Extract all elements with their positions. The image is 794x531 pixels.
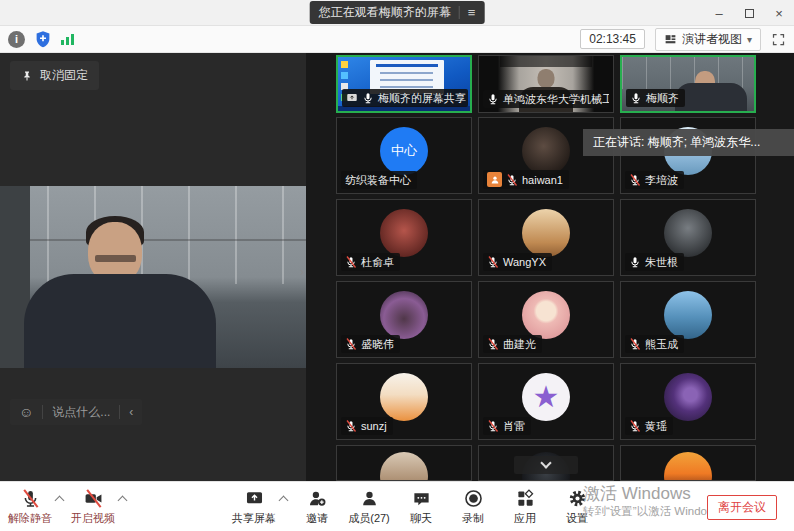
maximize-button[interactable]: [734, 0, 764, 26]
participant-grid: 梅顺齐的屏幕共享 单鸿波东华大学机械工程... 梅顺齐 中心: [336, 53, 756, 481]
mic-muted-icon: [21, 489, 40, 508]
record-button[interactable]: 录制: [447, 489, 499, 526]
mic-muted-icon: [629, 338, 641, 350]
layout-icon: [664, 33, 677, 46]
video-tile-active-speaker[interactable]: 梅顺齐: [620, 55, 756, 113]
video-tile[interactable]: 中心 纺织装备中心: [336, 117, 472, 194]
video-tile[interactable]: WangYX: [478, 199, 614, 276]
participant-label: 李培波: [625, 171, 684, 189]
audio-options-chevron-icon[interactable]: [55, 495, 65, 505]
record-label: 录制: [462, 511, 484, 526]
mic-on-icon: [362, 92, 374, 104]
participant-name: 梅顺齐的屏幕共享: [378, 91, 466, 105]
quick-chat-input[interactable]: ☺ 说点什么... ‹: [10, 399, 142, 425]
pinned-speaker-video[interactable]: [0, 186, 306, 368]
video-tile-screenshare[interactable]: 梅顺齐的屏幕共享: [336, 55, 472, 113]
panel-expand-handle[interactable]: ›: [300, 264, 304, 279]
speaker-silhouette: [95, 255, 136, 262]
participant-label: haiwan1: [483, 170, 569, 189]
video-tile[interactable]: 杜俞卓: [336, 199, 472, 276]
security-shield-icon[interactable]: [34, 30, 52, 48]
speaker-silhouette: [24, 274, 216, 368]
invite-button[interactable]: 邀请: [291, 489, 343, 526]
pin-icon: [21, 70, 33, 82]
fullscreen-icon: [771, 32, 786, 47]
video-tile[interactable]: ★ 肖雷: [478, 363, 614, 440]
unpin-label: 取消固定: [40, 67, 88, 84]
collapse-chat-icon[interactable]: ‹: [129, 405, 133, 419]
emoji-icon[interactable]: ☺: [19, 404, 33, 420]
avatar-text: 中心: [391, 142, 417, 160]
scroll-down-button[interactable]: [514, 456, 578, 474]
participant-label: WangYX: [483, 253, 552, 271]
meeting-main-area: 取消固定 ☺ 说点什么... ‹ ›: [0, 53, 794, 481]
watching-screen-banner: 您正在观看梅顺齐的屏幕 ≡: [310, 1, 485, 24]
video-tile[interactable]: sunzj: [336, 363, 472, 440]
chat-label: 聊天: [410, 511, 432, 526]
avatar: [522, 127, 570, 175]
chat-button[interactable]: 聊天: [395, 489, 447, 526]
participant-name: 纺织装备中心: [345, 173, 411, 187]
audio-video-controls: 解除静音 开启视频: [4, 482, 130, 531]
active-speaker-tooltip: 正在讲话: 梅顺齐; 单鸿波东华...: [583, 129, 794, 156]
mic-on-icon: [487, 93, 499, 105]
avatar: [664, 209, 712, 257]
minimize-button[interactable]: –: [704, 0, 734, 26]
avatar: [380, 291, 428, 339]
participant-name: 朱世根: [645, 255, 678, 269]
members-label: 成员(27): [348, 511, 390, 526]
video-tile[interactable]: [620, 445, 756, 481]
avatar: [522, 209, 570, 257]
participant-name: 盛晓伟: [361, 337, 394, 351]
camera-off-icon: [84, 489, 103, 508]
video-options-chevron-icon[interactable]: [118, 495, 128, 505]
participant-label: 肖雷: [483, 417, 531, 435]
participant-name: haiwan1: [522, 173, 563, 187]
video-tile[interactable]: 曲建光: [478, 281, 614, 358]
participant-name: 肖雷: [503, 419, 525, 433]
participant-label: 梅顺齐: [626, 89, 685, 107]
view-mode-button[interactable]: 演讲者视图 ▾: [655, 28, 761, 51]
screen-share-icon: [346, 92, 358, 104]
unpin-button[interactable]: 取消固定: [10, 61, 99, 90]
leave-meeting-button[interactable]: 离开会议: [707, 495, 777, 520]
share-options-chevron-icon[interactable]: [279, 495, 289, 505]
participant-label: 朱世根: [625, 253, 684, 271]
participant-name: 单鸿波东华大学机械工程...: [503, 92, 609, 106]
close-button[interactable]: ×: [764, 0, 794, 26]
invite-label: 邀请: [306, 511, 328, 526]
video-tile[interactable]: 单鸿波东华大学机械工程...: [478, 55, 614, 113]
banner-menu-icon[interactable]: ≡: [468, 5, 476, 20]
star-avatar-icon: ★: [533, 382, 560, 412]
video-tile[interactable]: 盛晓伟: [336, 281, 472, 358]
participant-role-badge-icon: [487, 172, 502, 187]
network-signal-icon[interactable]: [61, 33, 74, 45]
video-background-detail: [0, 239, 306, 241]
top-bar-right: 02:13:45 演讲者视图 ▾: [580, 28, 786, 51]
mic-muted-icon: [629, 174, 641, 186]
unmute-button[interactable]: 解除静音: [4, 489, 56, 526]
members-button[interactable]: 成员(27): [343, 489, 395, 526]
participant-label: 黄瑶: [625, 417, 673, 435]
avatar: [664, 452, 712, 481]
video-tile[interactable]: 朱世根: [620, 199, 756, 276]
chevron-down-icon: [540, 457, 551, 468]
participant-name: 曲建光: [503, 337, 536, 351]
start-video-label: 开启视频: [71, 511, 115, 526]
mic-muted-icon: [345, 420, 357, 432]
avatar: [380, 209, 428, 257]
video-tile[interactable]: 熊玉成: [620, 281, 756, 358]
video-tile[interactable]: 黄瑶: [620, 363, 756, 440]
participant-name: WangYX: [503, 255, 546, 269]
apps-button[interactable]: 应用: [499, 489, 551, 526]
avatar: [380, 373, 428, 421]
video-tile[interactable]: [478, 445, 614, 481]
apps-label: 应用: [514, 511, 536, 526]
participant-name: 李培波: [645, 173, 678, 187]
video-tile[interactable]: [336, 445, 472, 481]
meeting-info-icon[interactable]: i: [8, 31, 25, 48]
fullscreen-button[interactable]: [771, 32, 786, 47]
start-video-button[interactable]: 开启视频: [67, 489, 119, 526]
participant-name: 熊玉成: [645, 337, 678, 351]
share-screen-button[interactable]: 共享屏幕: [228, 489, 280, 526]
